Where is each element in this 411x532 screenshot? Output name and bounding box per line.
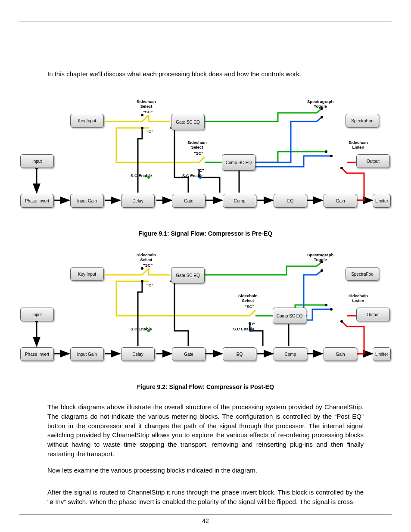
node-comp: Comp [274, 347, 307, 361]
node-spectrafoo: SpectraFoo [346, 114, 379, 128]
node-gate-sc-eq: Gate SC EQ [171, 114, 205, 130]
label-sc-1: "SC" [143, 263, 153, 268]
label-c-2: "C" [197, 168, 204, 173]
label-sidechain-select-2: Sidechain Select [238, 293, 258, 303]
figure-2-caption: Figure 9.2: Signal Flow: Compressor is P… [19, 383, 392, 390]
node-limiter: Limiter [373, 347, 391, 361]
label-c-2: "C" [248, 321, 255, 326]
top-rule [19, 22, 392, 22]
node-eq: EQ [274, 194, 307, 208]
node-spectrafoo: SpectraFoo [346, 267, 379, 281]
label-sidechain-select-2: Sidechain Select [187, 140, 207, 149]
node-gate: Gate [172, 347, 206, 361]
label-spectragraph-toggle: Spectragraph Toggle [307, 252, 333, 262]
label-sc-1: "SC" [143, 109, 153, 114]
label-sc-2: "SC" [245, 304, 254, 309]
label-sc-enable-2: S.C Enable [233, 327, 255, 331]
label-c-1: "C" [146, 283, 153, 287]
node-gain: Gain [324, 194, 357, 208]
node-output: Output [356, 154, 390, 168]
figure-1-caption: Figure 9.1: Signal Flow: Compressor is P… [19, 230, 392, 237]
node-gain: Gain [324, 347, 357, 361]
node-comp-sc-eq: Comp SC EQ [273, 308, 306, 324]
label-sidechain-listen: Sidechain Listen [349, 140, 368, 149]
label-sc-enable-1: S.C Enable [131, 327, 152, 331]
page-number: 42 [0, 517, 411, 524]
label-sc-2: "SC" [194, 151, 203, 156]
figure-2-diagram: Sidechain Select "SC" "C" Sidechain Sele… [19, 249, 392, 378]
node-key-input: Key Input [70, 267, 104, 281]
label-spectragraph-toggle: Spectragraph Toggle [307, 99, 333, 109]
node-comp-sc-eq: Comp SC EQ [222, 154, 255, 171]
node-phase-invert: Phase Invert [20, 347, 54, 361]
svg-point-10 [141, 127, 143, 129]
node-output: Output [356, 308, 390, 321]
intro-text: In this chapter we'll discuss what each … [47, 69, 364, 78]
node-input-gain: Input Gain [70, 347, 104, 361]
label-sidechain-select-1: Sidechain Select [137, 99, 156, 109]
node-phase-invert: Phase Invert [20, 194, 54, 208]
node-input-gain: Input Gain [70, 194, 104, 208]
svg-point-31 [321, 269, 323, 272]
svg-point-32 [330, 308, 333, 311]
label-sc-enable-2: S.C Enable [182, 173, 204, 178]
svg-point-13 [321, 116, 323, 118]
node-gate-sc-eq: Gate SC EQ [171, 267, 205, 283]
svg-point-33 [340, 320, 343, 323]
svg-point-14 [330, 155, 333, 157]
node-input: Input [20, 154, 54, 168]
figure-1-diagram: Sidechain Select "SC" "C" Sidechain Sele… [19, 96, 392, 225]
node-comp: Comp [223, 194, 256, 208]
node-delay: Delay [121, 347, 155, 361]
label-sidechain-select-1: Sidechain Select [137, 252, 156, 262]
document-page: In this chapter we'll discuss what each … [0, 0, 411, 532]
body-paragraph-3: After the signal is routed to ChannelStr… [47, 488, 364, 507]
svg-point-12 [325, 150, 327, 153]
label-sc-enable-1: S.C Enable [131, 173, 152, 178]
svg-point-28 [141, 280, 143, 283]
label-c-1: "C" [146, 129, 153, 134]
node-input: Input [20, 308, 54, 321]
body-paragraph-1: The block diagrams above illustrate the … [47, 402, 364, 459]
label-sidechain-listen: Sidechain Listen [349, 293, 368, 303]
node-delay: Delay [121, 194, 155, 208]
bottom-rule [19, 514, 392, 515]
node-key-input: Key Input [70, 114, 104, 128]
body-paragraph-2: Now lets examine the various processing … [47, 466, 364, 475]
svg-point-15 [340, 167, 343, 169]
node-eq: EQ [223, 347, 256, 361]
node-gate: Gate [172, 194, 206, 208]
svg-point-30 [325, 304, 327, 306]
node-limiter: Limiter [373, 194, 391, 208]
